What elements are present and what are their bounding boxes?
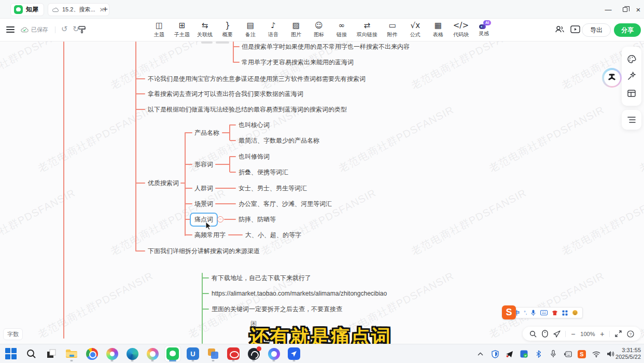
app-check-icon[interactable] <box>520 350 528 358</box>
mindmap-node-type[interactable]: 人群词 <box>194 184 213 193</box>
tool-formula[interactable]: √x公式 <box>408 21 423 38</box>
ime-punctuation[interactable]: °, <box>524 310 527 315</box>
tool-link[interactable]: ∞链接 <box>334 21 349 38</box>
zoom-level[interactable]: 100% <box>580 331 595 337</box>
mindmap-node[interactable]: 常用单字才更容易搜索出来能用的蓝海词 <box>242 58 354 67</box>
tool-topic[interactable]: ◫主题 <box>151 21 167 38</box>
app-squares-button[interactable] <box>205 346 221 361</box>
ime-keyboard-icon[interactable] <box>540 310 548 315</box>
new-tab-button[interactable]: + <box>103 4 108 15</box>
fullscreen-icon[interactable] <box>615 330 622 337</box>
app-u-button[interactable]: U <box>185 346 201 361</box>
mindmap-node-type[interactable]: 产品名称 <box>194 129 219 137</box>
mindmap-node-type[interactable]: 场景词 <box>194 200 213 208</box>
minimize-button[interactable]: — <box>599 0 617 19</box>
tutorial-video-button[interactable] <box>570 25 580 34</box>
zoom-out-button[interactable]: − <box>571 330 575 338</box>
collapse-toggle-icon[interactable]: − <box>217 216 223 222</box>
mindmap-node-quality-keywords[interactable]: 优质搜索词 <box>148 179 179 188</box>
search-icon[interactable] <box>529 330 537 338</box>
mindmap-node[interactable]: 下面我们详细拆分讲解搜索词的来源渠道 <box>148 247 260 256</box>
mindmap-node-type[interactable]: 形容词 <box>194 160 213 169</box>
close-button[interactable]: × <box>629 0 644 19</box>
sogou-logo-icon[interactable]: S <box>502 305 516 319</box>
tray-expand-icon[interactable] <box>476 350 485 358</box>
help-icon[interactable]: ? <box>627 330 634 338</box>
app-red-button[interactable] <box>226 346 241 361</box>
keyboard-tray-icon[interactable] <box>563 350 572 358</box>
mindmap-canvas[interactable]: 老范电商社群PDSFANSIR老范电商社群PDSFANSIR老范电商社群PDSF… <box>0 41 644 344</box>
theme-palette-icon[interactable] <box>627 54 636 64</box>
tool-sticker[interactable]: ☺图标 <box>311 21 327 38</box>
telegram-icon[interactable] <box>505 350 514 358</box>
app-plane-button[interactable] <box>286 346 302 361</box>
volume-icon[interactable] <box>606 350 615 358</box>
mindmap-node-type[interactable]: 高频常用字 <box>194 231 226 240</box>
sogou-tray-icon[interactable]: S <box>578 350 586 358</box>
chrome-button[interactable] <box>84 346 100 361</box>
file-explorer-button[interactable] <box>64 346 79 361</box>
tool-bidirectional-link[interactable]: ⇄双向链接 <box>357 21 377 38</box>
start-button[interactable] <box>3 346 19 361</box>
taskbar-clock[interactable]: 3:31:55 2025/5/22 <box>615 347 641 360</box>
mindmap-node[interactable]: 也叫核心词 <box>239 121 270 130</box>
defender-icon[interactable] <box>491 350 499 358</box>
tool-code-block[interactable]: </>代码块 <box>453 21 469 38</box>
mindmap-node[interactable]: 女士、男士、男生等词汇 <box>239 184 307 193</box>
ime-mic-icon[interactable] <box>531 310 536 316</box>
mindmap-node[interactable]: 也叫修饰词 <box>239 152 270 161</box>
tool-inspiration[interactable]: AI 灵感 <box>476 21 492 38</box>
zhixi-app-button[interactable] <box>165 346 180 361</box>
layout-panel-icon[interactable] <box>627 89 636 98</box>
ime-skin-icon[interactable] <box>552 310 558 316</box>
locate-icon[interactable] <box>553 330 561 338</box>
app-logo[interactable]: 知犀 <box>10 3 44 16</box>
mindmap-node-url[interactable]: https://alimarket.taobao.com/markets/ali… <box>212 290 387 297</box>
mindmap-node[interactable]: 不论我们是使用淘宝官方的生意参谋还是使用第三方软件查词都需要先有搜索词 <box>148 75 366 83</box>
zoom-in-button[interactable]: + <box>600 330 604 338</box>
ime-apps-icon[interactable] <box>562 310 568 316</box>
mindmap-node[interactable]: 里面的关键词一定要拆开之后去查，不要直接查 <box>212 305 342 314</box>
mindmap-node-pain-point-selected[interactable]: 痛点词 <box>190 213 218 227</box>
ime-emoji-icon[interactable] <box>572 310 578 316</box>
export-button[interactable]: 导出 <box>582 23 611 37</box>
bluetooth-icon[interactable] <box>534 350 543 358</box>
mindmap-node[interactable]: 最简洁、字数最少的产品名称 <box>239 136 319 145</box>
mindmap-node[interactable]: 办公室、客厅、沙滩、河里等词汇 <box>239 200 332 208</box>
app-circle-button[interactable] <box>266 346 282 361</box>
tool-image[interactable]: ▨图片 <box>288 21 304 38</box>
microphone-icon[interactable] <box>549 350 557 358</box>
format-painter-button[interactable] <box>78 25 86 34</box>
edge-button[interactable] <box>124 346 140 361</box>
mindmap-node[interactable]: 大、小、超、的等字 <box>245 231 301 240</box>
obs-button[interactable] <box>246 346 261 361</box>
browser-360-button[interactable] <box>104 346 120 361</box>
tool-relation-line[interactable]: ⇆关联线 <box>197 21 213 38</box>
taskbar-search[interactable] <box>23 346 39 361</box>
tool-attachment[interactable]: ▭附件 <box>385 21 400 38</box>
document-tab[interactable]: 15.2、搜索... ✕ <box>48 3 109 16</box>
tool-voice[interactable]: ♪语音 <box>265 21 281 38</box>
tool-note[interactable]: ▤备注 <box>243 21 258 38</box>
share-button[interactable]: 分享 <box>614 23 641 37</box>
tool-summary[interactable]: }概要 <box>220 21 235 38</box>
word-count-button[interactable]: 字数 <box>3 328 23 340</box>
collaborate-button[interactable] <box>555 25 565 34</box>
wifi-icon[interactable] <box>592 350 600 358</box>
undo-button[interactable]: ↺ <box>61 24 68 34</box>
colorful-app-button[interactable] <box>145 346 160 361</box>
tool-subtopic[interactable]: ⊞子主题 <box>174 21 190 38</box>
ai-assistant-button[interactable] <box>602 68 622 88</box>
mindmap-node[interactable]: 以下是根据咱们做蓝海玩法经验总结的最容易查到蓝海词的搜索词的类型 <box>148 105 347 114</box>
task-view-button[interactable] <box>44 346 59 361</box>
mindmap-node[interactable]: 防摔、防晒等 <box>239 215 276 224</box>
tool-table[interactable]: ▦表格 <box>430 21 446 38</box>
outline-panel-button[interactable] <box>622 110 641 130</box>
beautify-wand-icon[interactable] <box>627 72 636 81</box>
mindmap-node[interactable]: 有下载地址，自己去下载下来就行了 <box>212 274 311 283</box>
mindmap-node[interactable]: 折叠、便携等词汇 <box>239 168 288 177</box>
mindmap-node[interactable]: 但是搜索单字时如果使用的是不常用字也一样搜索不出来内容 <box>242 43 410 51</box>
drag-mode-icon[interactable] <box>542 330 548 338</box>
mindmap-node[interactable]: 拿着搜索词去查词才可以查出符合我们要求数据的蓝海词 <box>148 90 303 99</box>
menu-button[interactable] <box>6 26 15 33</box>
